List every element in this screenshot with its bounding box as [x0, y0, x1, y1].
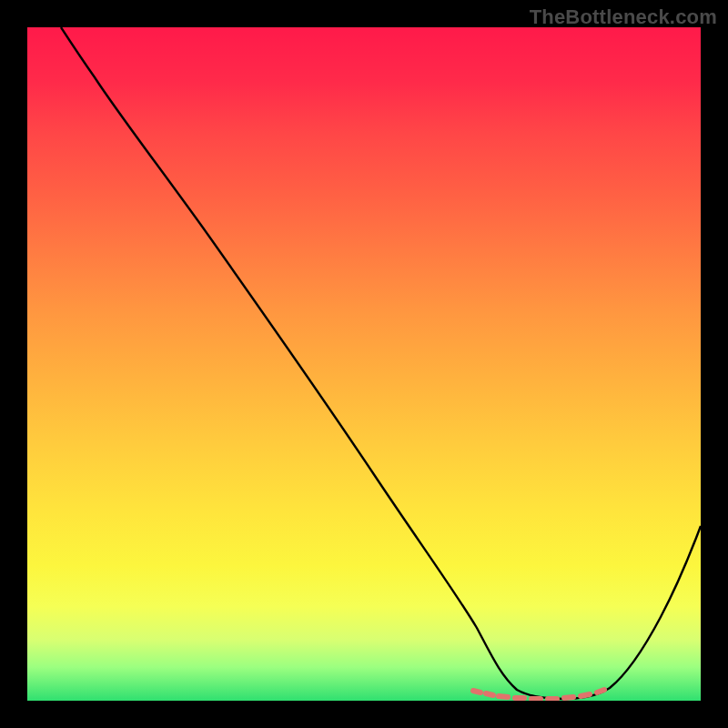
chart-container: TheBottleneck.com — [0, 0, 728, 728]
svg-line-0 — [473, 691, 480, 693]
svg-line-2 — [499, 696, 508, 697]
bottleneck-curve — [61, 27, 701, 699]
watermark-text: TheBottleneck.com — [530, 5, 717, 29]
svg-line-6 — [564, 697, 573, 698]
optimum-zone-markers — [473, 690, 604, 699]
svg-line-1 — [486, 693, 493, 695]
svg-line-7 — [581, 694, 590, 696]
plot-area — [27, 27, 701, 701]
svg-line-8 — [597, 690, 604, 693]
curve-svg — [27, 27, 701, 701]
